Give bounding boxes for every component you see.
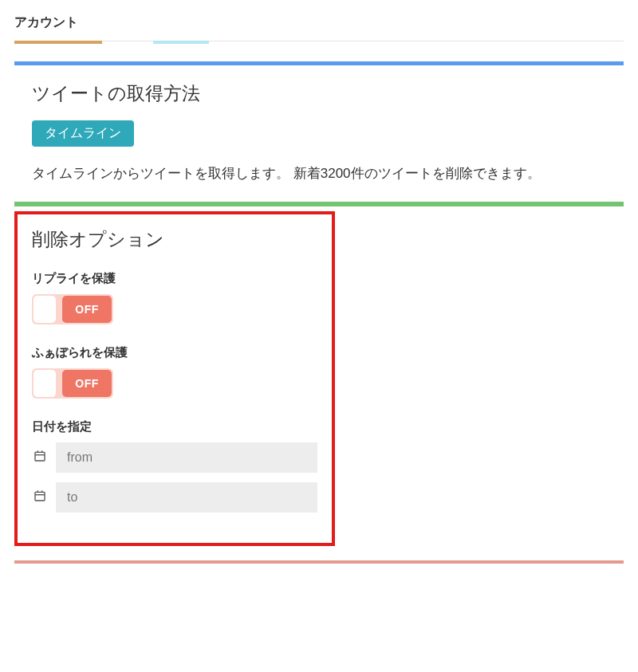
tab-underline-row	[14, 41, 624, 44]
account-label: アカウント	[14, 14, 624, 41]
tab-underline-active	[14, 41, 102, 44]
protect-favorited-label: ふぁぼられを保護	[32, 345, 317, 360]
calendar-icon	[32, 489, 48, 506]
protect-replies-label: リプライを保護	[32, 271, 317, 286]
date-to-row	[32, 482, 317, 513]
date-from-input[interactable]	[56, 442, 317, 473]
toggle-state-badge: OFF	[62, 370, 112, 397]
date-to-input[interactable]	[56, 482, 317, 513]
svg-rect-0	[35, 452, 45, 461]
svg-rect-4	[35, 492, 45, 501]
bottom-red-divider	[14, 560, 624, 564]
tweet-fetch-description: タイムラインからツイートを取得します。 新着3200件のツイートを削除できます。	[32, 164, 611, 183]
account-section: アカウント	[14, 14, 624, 47]
calendar-icon	[32, 450, 48, 466]
protect-favorited-toggle[interactable]: OFF	[32, 368, 113, 399]
delete-options-title: 削除オプション	[32, 227, 317, 252]
date-specify-label: 日付を指定	[32, 419, 317, 434]
green-divider	[14, 202, 624, 206]
tweet-fetch-title: ツイートの取得方法	[32, 81, 611, 106]
timeline-chip[interactable]: タイムライン	[32, 120, 134, 147]
toggle-state-badge: OFF	[62, 296, 112, 323]
date-from-row	[32, 442, 317, 473]
toggle-knob	[33, 370, 56, 397]
tab-underline-secondary	[153, 41, 209, 44]
protect-replies-toggle[interactable]: OFF	[32, 294, 113, 324]
toggle-knob	[33, 296, 56, 323]
tweet-fetch-card: ツイートの取得方法 タイムライン タイムラインからツイートを取得します。 新着3…	[14, 61, 624, 200]
delete-options-panel: 削除オプション リプライを保護 OFF ふぁぼられを保護 OFF 日付を指定	[14, 211, 335, 546]
